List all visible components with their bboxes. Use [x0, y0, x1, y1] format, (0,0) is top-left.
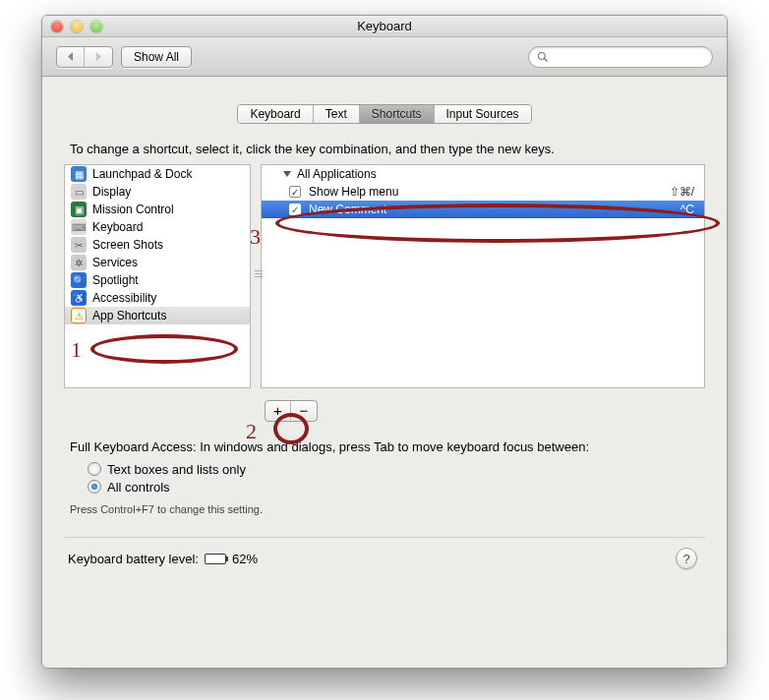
radio-label: All controls	[107, 480, 170, 495]
tree-group-all-applications[interactable]: All Applications	[262, 165, 704, 183]
warning-icon: ⚠	[71, 308, 87, 323]
toolbar: Show All	[42, 37, 727, 77]
disclosure-triangle-icon[interactable]	[283, 171, 291, 177]
window-title: Keyboard	[42, 19, 727, 33]
shortcut-tree[interactable]: All Applications ✓ Show Help menu ⇧⌘/ ✓ …	[261, 164, 705, 388]
shortcut-keys[interactable]: ⇧⌘/	[670, 185, 694, 199]
sidebar-item-label: Display	[92, 185, 131, 199]
add-shortcut-button[interactable]: +	[266, 401, 291, 421]
sidebar-item-label: Accessibility	[92, 291, 156, 305]
sidebar-item-screen-shots[interactable]: ✂ Screen Shots	[65, 236, 250, 254]
display-icon: ▭	[71, 184, 87, 200]
sidebar-item-launchpad[interactable]: ▦ Launchpad & Dock	[65, 165, 250, 183]
radio-all-controls[interactable]: All controls	[88, 478, 705, 496]
fka-hint: Press Control+F7 to change this setting.	[64, 496, 705, 531]
shortcut-keys[interactable]: ^C	[680, 203, 694, 216]
radio-group-fka: Text boxes and lists only All controls	[64, 460, 705, 496]
tab-keyboard[interactable]: Keyboard	[238, 105, 313, 123]
sidebar-item-services[interactable]: ✲ Services	[65, 254, 250, 271]
sidebar-item-spotlight[interactable]: 🔍 Spotlight	[65, 271, 250, 289]
show-all-button[interactable]: Show All	[121, 46, 192, 68]
accessibility-icon: ♿	[71, 290, 87, 306]
svg-point-0	[539, 52, 546, 59]
keyboard-icon: ⌨	[71, 219, 87, 235]
sidebar-item-label: App Shortcuts	[92, 309, 166, 322]
radio-icon[interactable]	[88, 480, 101, 494]
sidebar-item-app-shortcuts[interactable]: ⚠ App Shortcuts	[65, 307, 250, 324]
content-area: Keyboard Text Shortcuts Input Sources To…	[42, 77, 727, 585]
sidebar-item-keyboard[interactable]: ⌨ Keyboard	[65, 218, 250, 236]
battery-label: Keyboard battery level:	[68, 552, 199, 566]
chevron-left-icon	[67, 52, 75, 61]
sidebar-item-label: Services	[92, 256, 138, 269]
resize-handle-icon[interactable]	[255, 262, 263, 284]
battery-percent: 62%	[232, 552, 258, 566]
shortcut-row-show-help[interactable]: ✓ Show Help menu ⇧⌘/	[262, 183, 704, 201]
battery-icon	[205, 554, 226, 564]
sidebar-item-label: Keyboard	[92, 220, 143, 234]
sidebar-item-label: Launchpad & Dock	[92, 167, 192, 181]
sidebar-item-label: Screen Shots	[92, 238, 163, 252]
checkbox-icon[interactable]: ✓	[289, 204, 301, 215]
tab-text[interactable]: Text	[314, 105, 360, 123]
radio-icon[interactable]	[88, 462, 101, 476]
preferences-window: Keyboard Show All Keyboard Text Shortcut…	[41, 15, 728, 669]
radio-text-boxes-only[interactable]: Text boxes and lists only	[88, 460, 705, 478]
sidebar-item-label: Mission Control	[92, 203, 174, 216]
full-keyboard-access-text: Full Keyboard Access: In windows and dia…	[64, 439, 705, 454]
radio-label: Text boxes and lists only	[107, 462, 246, 477]
search-field[interactable]	[528, 46, 713, 68]
shortcut-row-new-comment[interactable]: ✓ New Comment ^C	[262, 201, 704, 218]
bottom-bar: Keyboard battery level: 62% ?	[64, 537, 705, 569]
shortcut-label: Show Help menu	[309, 185, 662, 199]
back-button[interactable]	[57, 47, 85, 67]
shortcut-label: New Comment	[309, 203, 673, 216]
nav-back-forward	[56, 46, 113, 68]
tab-input-sources[interactable]: Input Sources	[435, 105, 531, 123]
remove-shortcut-button[interactable]: −	[291, 401, 317, 421]
services-icon: ✲	[71, 255, 87, 270]
chevron-right-icon	[94, 52, 102, 61]
instruction-text: To change a shortcut, select it, click t…	[64, 142, 705, 156]
sidebar-item-label: Spotlight	[92, 273, 139, 287]
add-remove-control: + −	[265, 400, 318, 422]
spotlight-icon: 🔍	[71, 272, 87, 288]
svg-line-1	[545, 58, 548, 61]
window-controls	[42, 21, 102, 32]
tab-shortcuts[interactable]: Shortcuts	[360, 105, 435, 123]
battery-status: Keyboard battery level: 62%	[68, 552, 258, 566]
titlebar: Keyboard	[42, 16, 727, 37]
screenshot-icon: ✂	[71, 237, 87, 253]
shortcut-panels: ▦ Launchpad & Dock ▭ Display ▣ Mission C…	[64, 164, 705, 388]
minimize-window-icon[interactable]	[71, 21, 83, 32]
close-window-icon[interactable]	[51, 21, 63, 32]
search-input[interactable]	[553, 50, 704, 64]
help-button[interactable]: ?	[676, 548, 697, 569]
checkbox-icon[interactable]: ✓	[289, 186, 301, 198]
zoom-window-icon[interactable]	[90, 21, 102, 32]
category-list[interactable]: ▦ Launchpad & Dock ▭ Display ▣ Mission C…	[64, 164, 251, 388]
search-icon	[537, 51, 549, 63]
mission-control-icon: ▣	[71, 202, 87, 217]
sidebar-item-display[interactable]: ▭ Display	[65, 183, 250, 201]
tree-group-label: All Applications	[297, 167, 377, 181]
forward-button[interactable]	[85, 47, 112, 67]
sidebar-item-mission-control[interactable]: ▣ Mission Control	[65, 201, 250, 218]
tab-bar: Keyboard Text Shortcuts Input Sources	[64, 104, 705, 124]
sidebar-item-accessibility[interactable]: ♿ Accessibility	[65, 289, 250, 307]
launchpad-icon: ▦	[71, 166, 87, 182]
